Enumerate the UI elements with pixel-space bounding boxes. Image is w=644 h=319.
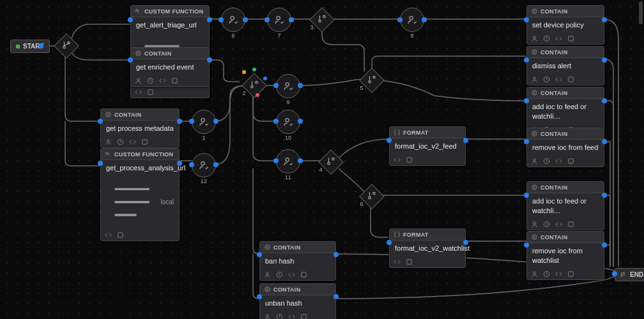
svg-point-39 [532,131,537,136]
node-add-ioc-2[interactable]: CONTAINadd ioc to feed or watchli… [526,181,604,230]
svg-point-8 [107,114,109,115]
target-icon [531,89,538,96]
target-icon [264,244,271,251]
svg-point-40 [533,133,535,135]
node-ban-hash[interactable]: CONTAINban hash [259,241,336,281]
svg-point-61 [266,315,269,317]
svg-rect-43 [569,159,573,163]
code-icon [135,89,142,96]
end-label: END [630,271,643,278]
svg-rect-22 [407,158,411,162]
svg-rect-58 [302,272,306,277]
clock-icon [147,77,154,84]
prompt-node-10[interactable]: 10 [276,110,300,134]
user-check-icon [283,156,293,167]
braces-icon [394,129,401,136]
node-remove-ioc-feed[interactable]: CONTAINremove ioc from feed [526,128,604,167]
svg-point-44 [532,185,537,189]
svg-point-25 [533,10,535,12]
svg-point-50 [533,236,535,238]
user-check-icon [199,160,209,170]
scrollbar-thumb[interactable] [639,1,643,24]
target-icon [264,286,271,293]
prompt-node-12[interactable]: 12 [192,153,216,177]
branch-icon [62,41,71,50]
user-check-icon [407,15,417,25]
start-label: START [23,43,44,50]
svg-point-2 [136,51,141,56]
start-node[interactable]: START [10,40,50,53]
flag-icon [620,272,627,278]
svg-text:fx: fx [135,8,139,13]
svg-point-17 [286,83,289,86]
play-icon [16,45,20,48]
target-icon [531,8,538,15]
node-contain-enriched[interactable]: CONTAIN get enriched event [130,47,210,87]
user-check-icon [228,15,238,25]
node-contain-procmeta[interactable]: CONTAIN get process metadata [100,108,180,148]
target-icon [531,234,538,241]
svg-rect-33 [569,77,573,82]
svg-point-54 [265,245,270,249]
fx-icon: fx [135,8,142,15]
svg-rect-6 [172,78,177,83]
svg-point-34 [532,91,537,95]
node-unban-hash[interactable]: CONTAINunban hash [259,283,336,319]
node-format-feed[interactable]: FORMAT format_ioc_v2_feed [389,126,466,166]
note-icon [171,77,178,84]
prompt-node-9[interactable]: 9 [276,74,300,98]
node-remove-ioc-watchlist[interactable]: CONTAINremove ioc from watchlist [526,231,604,280]
branch-icon [318,15,326,24]
svg-point-9 [107,140,110,142]
svg-point-59 [265,287,270,292]
svg-point-4 [137,78,140,81]
svg-point-15 [277,17,280,20]
branch-icon [367,75,376,84]
svg-point-21 [201,162,204,165]
svg-point-26 [533,36,536,39]
user-check-icon [199,117,209,127]
svg-point-14 [231,17,234,20]
target-icon [531,184,538,191]
svg-rect-13 [118,233,123,237]
svg-point-7 [106,112,111,117]
svg-point-60 [266,288,268,290]
svg-point-19 [286,158,289,161]
svg-point-56 [266,272,269,275]
code-icon [159,77,166,84]
note-icon [147,89,154,96]
svg-point-3 [137,52,139,54]
prompt-node-11[interactable]: 11 [276,149,300,174]
prompt-node-8[interactable]: 8 [400,8,424,32]
prompt-node-7[interactable]: 7 [267,8,291,32]
node-format-watchlist[interactable]: FORMAT format_ioc_v2_watchlist [389,228,466,268]
target-icon [135,50,142,57]
svg-point-51 [533,272,536,274]
target-icon [105,111,112,118]
user-check-icon [283,81,293,91]
end-node[interactable]: END [615,268,644,281]
fx-icon: fx [105,151,112,158]
branch-icon [367,191,376,200]
node-set-device-policy[interactable]: CONTAINset device policy [526,5,604,45]
svg-point-20 [201,119,204,122]
user-icon [135,77,142,84]
branch-icon [250,80,259,89]
target-icon [531,48,538,56]
svg-text:fx: fx [105,151,109,156]
svg-point-24 [532,9,537,13]
svg-point-49 [532,235,537,239]
branch-icon [326,157,335,166]
svg-rect-28 [569,36,573,41]
svg-point-45 [533,186,535,188]
prompt-node-1[interactable]: 1 [192,110,216,134]
prompt-node-6[interactable]: 6 [221,8,245,32]
node-dismiss-alert[interactable]: CONTAINdismiss alert [526,46,604,85]
target-icon [531,130,538,137]
svg-rect-1 [148,90,153,94]
local-icon [106,176,158,228]
user-check-icon [283,117,293,127]
node-custom-function-2[interactable]: fxCUSTOM FUNCTION get_process_analysis_u… [100,148,180,241]
user-check-icon [274,15,284,25]
svg-point-46 [533,222,536,225]
